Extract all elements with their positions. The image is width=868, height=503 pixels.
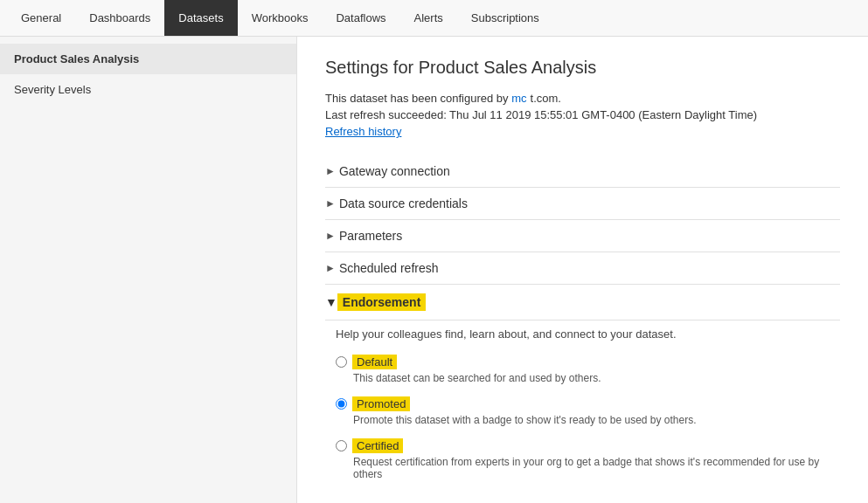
parameters-section-label: Parameters: [339, 229, 402, 243]
radio-promoted-input[interactable]: [336, 398, 347, 410]
page-title: Settings for Product Sales Analysis: [325, 58, 840, 78]
endorsement-section-header[interactable]: ▼ Endorsement: [325, 285, 840, 320]
gateway-section-header[interactable]: ► Gateway connection: [325, 155, 840, 187]
radio-promoted-desc: Promote this dataset with a badge to sho…: [336, 414, 840, 426]
radio-default-desc: This dataset can be searched for and use…: [336, 372, 840, 384]
refresh-history-link[interactable]: Refresh history: [325, 125, 401, 138]
sidebar-item-product-sales[interactable]: Product Sales Analysis: [0, 44, 296, 74]
configured-by-text: This dataset has been configured by mc t…: [325, 92, 840, 105]
gateway-section: ► Gateway connection: [325, 155, 840, 188]
endorsement-section-label: Endorsement: [337, 293, 426, 311]
radio-option-default: Default This dataset can be searched for…: [336, 355, 840, 384]
scheduled-section-label: Scheduled refresh: [339, 261, 439, 275]
radio-certified-row: Certified: [336, 438, 840, 453]
parameters-arrow-icon: ►: [325, 230, 336, 242]
radio-certified-label[interactable]: Certified: [352, 438, 403, 453]
tab-general[interactable]: General: [7, 0, 75, 36]
datasource-section: ► Data source credentials: [325, 188, 840, 220]
tab-alerts[interactable]: Alerts: [400, 0, 457, 36]
endorsement-section: ▼ Endorsement Help your colleagues find,…: [325, 285, 840, 500]
radio-promoted-label[interactable]: Promoted: [352, 396, 410, 411]
gateway-section-label: Gateway connection: [339, 164, 450, 178]
sidebar: Product Sales Analysis Severity Levels: [0, 37, 297, 503]
tab-dashboards[interactable]: Dashboards: [75, 0, 164, 36]
tab-workbooks[interactable]: Workbooks: [238, 0, 323, 36]
radio-default-input[interactable]: [336, 356, 347, 368]
sidebar-item-severity-levels[interactable]: Severity Levels: [0, 74, 296, 105]
top-nav: General Dashboards Datasets Workbooks Da…: [0, 0, 868, 37]
gateway-arrow-icon: ►: [325, 165, 336, 177]
scheduled-section-header[interactable]: ► Scheduled refresh: [325, 252, 840, 284]
endorsement-arrow-icon: ▼: [325, 295, 337, 309]
main-layout: Product Sales Analysis Severity Levels S…: [0, 37, 868, 503]
tab-dataflows[interactable]: Dataflows: [322, 0, 399, 36]
scheduled-arrow-icon: ►: [325, 262, 336, 274]
endorsement-help-text: Help your colleagues find, learn about, …: [336, 327, 840, 341]
radio-default-row: Default: [336, 355, 840, 369]
tab-datasets[interactable]: Datasets: [164, 0, 237, 36]
radio-default-label[interactable]: Default: [352, 355, 397, 369]
parameters-section: ► Parameters: [325, 220, 840, 252]
radio-certified-desc: Request certification from experts in yo…: [336, 456, 840, 480]
radio-option-certified: Certified Request certification from exp…: [336, 438, 840, 480]
content-area: Settings for Product Sales Analysis This…: [297, 37, 868, 503]
parameters-section-header[interactable]: ► Parameters: [325, 220, 840, 252]
radio-option-promoted: Promoted Promote this dataset with a bad…: [336, 396, 840, 426]
scheduled-section: ► Scheduled refresh: [325, 252, 840, 285]
datasource-section-header[interactable]: ► Data source credentials: [325, 188, 840, 219]
configured-by-email-link[interactable]: mc: [511, 92, 530, 105]
datasource-section-label: Data source credentials: [339, 196, 468, 210]
radio-promoted-row: Promoted: [336, 396, 840, 411]
datasource-arrow-icon: ►: [325, 197, 336, 210]
last-refresh-text: Last refresh succeeded: Thu Jul 11 2019 …: [325, 108, 840, 121]
endorsement-content: Help your colleagues find, learn about, …: [325, 320, 840, 500]
tab-subscriptions[interactable]: Subscriptions: [457, 0, 553, 36]
radio-certified-input[interactable]: [336, 440, 347, 451]
